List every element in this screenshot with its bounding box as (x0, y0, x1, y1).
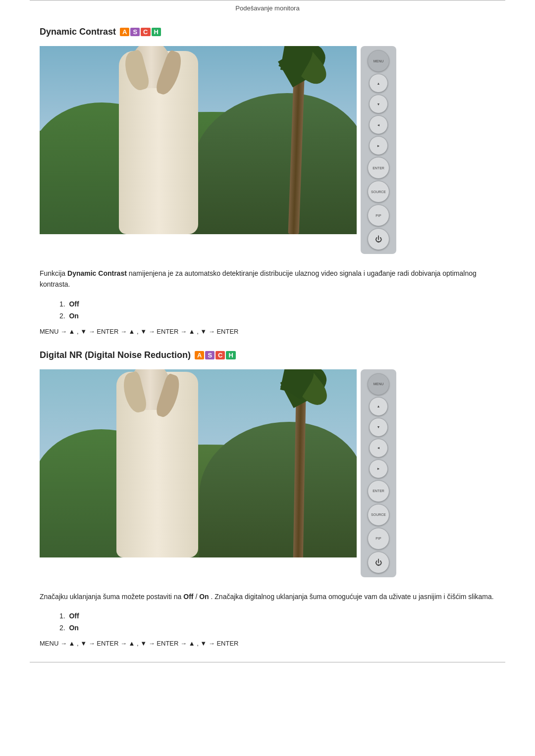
section1-list: 1. Off 2. On (59, 300, 495, 320)
section2-description: Značajku uklanjanja šuma možete postavit… (40, 591, 495, 602)
remote-panel-1: MENU ▲ ▼ ◄ ► ENTER SOURCE PIP ⏻ (361, 46, 396, 254)
badge-a-2: A (195, 351, 204, 359)
remote-up-btn-2[interactable]: ▲ (369, 397, 388, 416)
list-item-1-1: 1. Off (59, 300, 495, 308)
section1-desc-text: Funkcija Dynamic Contrast namijenjena je… (40, 269, 477, 288)
remote-right-btn-2[interactable]: ► (369, 459, 388, 478)
remote-left-btn-1[interactable]: ◄ (369, 115, 388, 134)
section2-list: 1. Off 2. On (59, 612, 495, 632)
list-item-2-2: 2. On (59, 624, 495, 632)
remote-enter-btn-2[interactable]: ENTER (368, 480, 389, 502)
badge-a-1: A (120, 28, 129, 36)
badge-h-2: H (226, 351, 235, 359)
image-block-1: MENU ▲ ▼ ◄ ► ENTER SOURCE PIP ⏻ (40, 46, 495, 254)
list-item-1-1-label: Off (69, 300, 79, 308)
remote-down-btn-2[interactable]: ▼ (369, 418, 388, 437)
bottom-separator (30, 662, 505, 662)
remote-panel-2: MENU ▲ ▼ ◄ ► ENTER SOURCE PIP ⏻ (361, 369, 396, 577)
section2-badges: A S C H (195, 351, 236, 359)
section1-badges: A S C H (120, 28, 161, 36)
list-item-2-2-label: On (69, 624, 78, 632)
section2-heading: Digital NR (Digital Noise Reduction) A S… (40, 350, 495, 360)
remote-menu-btn-1[interactable]: MENU (368, 50, 389, 72)
page-header: Podešavanje monitora (30, 0, 505, 12)
header-title: Podešavanje monitora (235, 4, 299, 12)
list-item-2-1-label: Off (69, 612, 79, 620)
section1-title: Dynamic Contrast (40, 27, 116, 37)
remote-enter-btn-1[interactable]: ENTER (368, 157, 389, 179)
section1-heading: Dynamic Contrast A S C H (40, 27, 495, 37)
remote-power-btn-2[interactable]: ⏻ (368, 552, 389, 573)
remote-up-btn-1[interactable]: ▲ (369, 74, 388, 93)
section1-description: Funkcija Dynamic Contrast namijenjena je… (40, 268, 495, 290)
remote-power-btn-1[interactable]: ⏻ (368, 228, 389, 250)
remote-right-btn-1[interactable]: ► (369, 136, 388, 155)
remote-pip-btn-1[interactable]: PIP (368, 204, 389, 226)
section1-image (40, 46, 357, 234)
section2-title: Digital NR (Digital Noise Reduction) (40, 350, 191, 360)
section2-desc-text: Značajku uklanjanja šuma možete postavit… (40, 593, 494, 601)
badge-s-1: S (130, 28, 140, 36)
section2-menu-path: MENU → ▲ , ▼ → ENTER → ▲ , ▼ → ENTER → ▲… (40, 640, 495, 647)
badge-c-1: C (141, 28, 150, 36)
list-item-2-1: 1. Off (59, 612, 495, 620)
remote-down-btn-1[interactable]: ▼ (369, 95, 388, 113)
badge-c-2: C (215, 351, 225, 359)
list-item-1-2-label: On (69, 312, 78, 320)
list-item-1-2: 2. On (59, 312, 495, 320)
badge-s-2: S (205, 351, 214, 359)
remote-source-btn-2[interactable]: SOURCE (368, 504, 389, 526)
remote-pip-btn-2[interactable]: PIP (368, 528, 389, 550)
remote-left-btn-2[interactable]: ◄ (369, 439, 388, 457)
section1-menu-path: MENU → ▲ , ▼ → ENTER → ▲ , ▼ → ENTER → ▲… (40, 328, 495, 335)
remote-source-btn-1[interactable]: SOURCE (368, 181, 389, 202)
section2-image (40, 369, 357, 557)
image-block-2: MENU ▲ ▼ ◄ ► ENTER SOURCE PIP ⏻ (40, 369, 495, 577)
badge-h-1: H (152, 28, 161, 36)
remote-menu-btn-2[interactable]: MENU (368, 373, 389, 395)
